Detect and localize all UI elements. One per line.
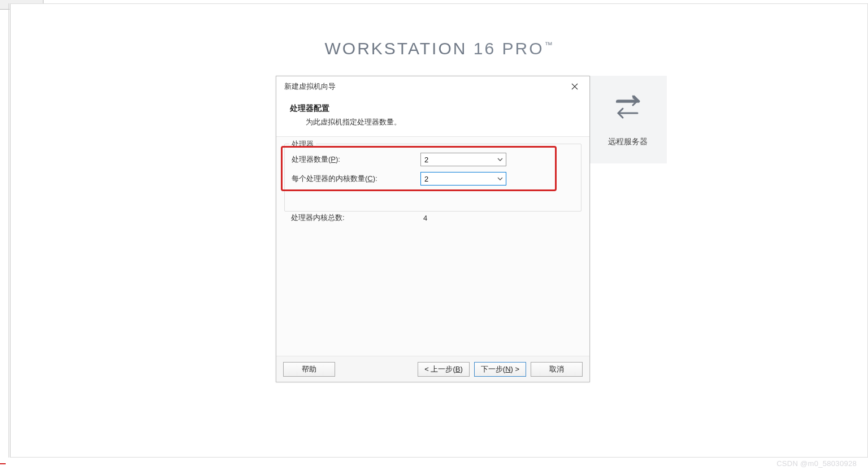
help-button[interactable]: 帮助 <box>283 362 335 377</box>
close-icon <box>571 83 578 90</box>
page-title: WORKSTATION 16 PRO™ <box>325 39 554 58</box>
cores-per-processor-row: 每个处理器的内核数量(C): <box>292 169 574 188</box>
decorative-mark <box>0 463 6 464</box>
trademark-symbol: ™ <box>544 40 554 49</box>
remote-server-tile[interactable]: 远程服务器 <box>588 76 667 163</box>
remote-server-label: 远程服务器 <box>608 137 648 147</box>
left-edge-divider <box>8 3 9 458</box>
back-button[interactable]: < 上一步(B) <box>418 362 470 377</box>
processor-groupbox: 处理器 处理器数量(P): 每个处理器的内核数量(C): <box>284 144 581 212</box>
total-cores-row: 处理器内核总数: 4 <box>291 213 506 223</box>
dialog-title: 新建虚拟机向导 <box>284 81 336 92</box>
main-content-area: WORKSTATION 16 PRO™ <box>10 3 868 458</box>
cancel-button[interactable]: 取消 <box>531 362 583 377</box>
page-title-name: WORKSTATION <box>325 39 467 58</box>
groupbox-caption: 处理器 <box>289 139 316 149</box>
page-title-version: 16 <box>474 39 496 58</box>
new-vm-wizard-dialog: 新建虚拟机向导 处理器配置 为此虚拟机指定处理器数量。 处理器 处理器数量(P)… <box>276 76 590 382</box>
next-button[interactable]: 下一步(N) > <box>474 362 526 377</box>
dialog-footer: 帮助 < 上一步(B) 下一步(N) > 取消 <box>276 356 589 382</box>
cores-per-processor-input[interactable] <box>420 172 506 186</box>
dialog-titlebar[interactable]: 新建虚拟机向导 <box>276 76 589 97</box>
page-title-edition: PRO <box>502 39 544 58</box>
total-cores-value: 4 <box>420 214 506 222</box>
processor-count-input[interactable] <box>420 153 506 166</box>
watermark: CSDN @m0_58030928 <box>776 459 857 468</box>
remote-server-icon <box>611 86 644 128</box>
close-button[interactable] <box>562 78 587 95</box>
page-title-wrap: WORKSTATION 16 PRO™ <box>11 39 867 58</box>
dialog-heading: 处理器配置 <box>290 104 589 114</box>
processor-count-row: 处理器数量(P): <box>292 150 574 169</box>
total-cores-label: 处理器内核总数: <box>291 213 420 223</box>
cores-per-processor-combo[interactable] <box>420 172 506 186</box>
dialog-header: 处理器配置 为此虚拟机指定处理器数量。 <box>276 97 589 136</box>
dialog-body: 处理器 处理器数量(P): 每个处理器的内核数量(C): <box>276 136 589 356</box>
cores-per-processor-label: 每个处理器的内核数量(C): <box>292 174 420 184</box>
dialog-subheading: 为此虚拟机指定处理器数量。 <box>290 114 589 127</box>
processor-count-label: 处理器数量(P): <box>292 154 420 165</box>
processor-count-combo[interactable] <box>420 153 506 166</box>
